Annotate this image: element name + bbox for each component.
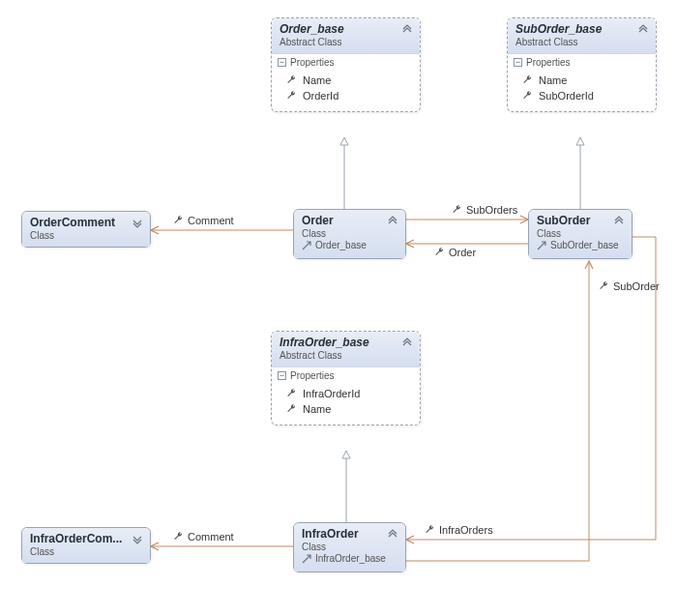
box-inherits: SubOrder_base <box>537 240 624 250</box>
box-header: SubOrder_base Abstract Class <box>508 18 656 53</box>
property-list: Name SubOrderId <box>508 71 656 111</box>
box-title: OrderComment <box>30 216 142 229</box>
property-item[interactable]: OrderId <box>285 88 412 103</box>
collapse-icon[interactable] <box>612 215 626 228</box>
class-box-infraorder-base[interactable]: InfraOrder_base Abstract Class − Propert… <box>271 331 421 425</box>
inherit-arrow-icon <box>302 241 311 250</box>
property-item[interactable]: InfraOrderId <box>285 386 412 401</box>
inherits-text: SubOrder_base <box>550 240 619 250</box>
assoc-label-text: Comment <box>188 531 234 543</box>
box-inherits: InfraOrder_base <box>302 553 397 564</box>
class-box-order[interactable]: Order Class Order_base <box>293 209 406 259</box>
box-header: Order Class Order_base <box>294 210 405 258</box>
properties-section[interactable]: − Properties <box>272 53 420 71</box>
property-name: InfraOrderId <box>303 388 360 399</box>
section-label-text: Properties <box>290 57 335 68</box>
assoc-label-text: Order <box>449 247 476 258</box>
box-subtitle: Abstract Class <box>280 350 412 361</box>
box-header: InfraOrder_base Abstract Class <box>272 332 420 367</box>
property-name: Name <box>303 74 331 86</box>
property-name: SubOrderId <box>539 90 594 102</box>
collapse-icon[interactable] <box>386 215 399 228</box>
assoc-label-infraorders: InfraOrders <box>424 524 493 536</box>
class-box-suborder-base[interactable]: SubOrder_base Abstract Class − Propertie… <box>507 17 657 112</box>
assoc-label-text: SubOrder <box>613 280 660 292</box>
inherits-text: InfraOrder_base <box>315 553 386 564</box>
assoc-label-text: Comment <box>188 215 234 226</box>
box-subtitle: Class <box>30 230 142 241</box>
box-header: OrderComment Class <box>22 212 150 247</box>
property-list: InfraOrderId Name <box>272 384 420 425</box>
assoc-label-text: SubOrders <box>466 204 517 216</box>
collapse-icon[interactable] <box>636 23 650 37</box>
property-name: Name <box>539 74 567 86</box>
properties-section[interactable]: − Properties <box>508 53 656 71</box>
inherit-arrow-icon <box>537 241 546 250</box>
expand-icon[interactable] <box>131 533 144 546</box>
property-item[interactable]: Name <box>285 73 412 88</box>
assoc-label-suborder: SubOrder <box>598 280 660 292</box>
wrench-icon <box>285 403 297 415</box>
wrench-icon <box>172 215 184 226</box>
property-name: Name <box>303 403 331 415</box>
assoc-label-comment2: Comment <box>172 531 234 543</box>
box-subtitle: Class <box>537 228 624 239</box>
diagram-canvas: Order_base Abstract Class − Properties N… <box>0 0 677 616</box>
property-list: Name OrderId <box>272 71 420 111</box>
class-box-order-base[interactable]: Order_base Abstract Class − Properties N… <box>271 17 421 112</box>
box-title: SubOrder <box>537 214 624 227</box>
assoc-label-suborders: SubOrders <box>451 204 517 216</box>
minus-icon: − <box>278 58 286 67</box>
box-header: InfraOrderCom... Class <box>22 528 150 563</box>
class-box-suborder[interactable]: SubOrder Class SubOrder_base <box>528 209 633 259</box>
wrench-icon <box>598 280 609 292</box>
class-box-infraorder[interactable]: InfraOrder Class InfraOrder_base <box>293 522 406 572</box>
minus-icon: − <box>514 58 522 67</box>
box-title: InfraOrder <box>302 527 397 541</box>
class-box-order-comment[interactable]: OrderComment Class <box>21 211 151 248</box>
assoc-label-order: Order <box>433 247 476 258</box>
property-item[interactable]: SubOrderId <box>521 88 648 103</box>
wrench-icon <box>521 74 533 86</box>
wrench-icon <box>451 204 462 216</box>
property-item[interactable]: Name <box>285 401 412 417</box>
property-item[interactable]: Name <box>521 73 648 88</box>
box-header: SubOrder Class SubOrder_base <box>529 210 632 258</box>
collapse-icon[interactable] <box>400 23 414 37</box>
collapse-icon[interactable] <box>400 337 414 350</box>
inherits-text: Order_base <box>315 240 367 250</box>
assoc-label-text: InfraOrders <box>439 524 493 536</box>
box-subtitle: Class <box>30 546 142 557</box>
box-subtitle: Class <box>302 542 397 552</box>
wrench-icon <box>433 247 445 258</box>
collapse-icon[interactable] <box>386 528 399 542</box>
expand-icon[interactable] <box>131 217 144 230</box>
wrench-icon <box>285 90 297 102</box>
box-title: InfraOrderCom... <box>30 532 142 545</box>
box-header: Order_base Abstract Class <box>272 18 420 53</box>
property-name: OrderId <box>303 90 338 102</box>
minus-icon: − <box>278 371 286 380</box>
wrench-icon <box>285 74 297 86</box>
inherit-arrow-icon <box>302 554 311 564</box>
box-title: Order_base <box>280 22 412 36</box>
box-subtitle: Abstract Class <box>515 37 648 47</box>
box-subtitle: Class <box>302 228 397 239</box>
box-title: SubOrder_base <box>515 22 648 36</box>
properties-section[interactable]: − Properties <box>272 367 420 384</box>
wrench-icon <box>285 388 297 399</box>
box-title: InfraOrder_base <box>280 336 412 349</box>
box-header: InfraOrder Class InfraOrder_base <box>294 523 405 572</box>
assoc-label-comment: Comment <box>172 215 234 226</box>
wrench-icon <box>424 524 435 536</box>
wrench-icon <box>521 90 533 102</box>
box-title: Order <box>302 214 397 227</box>
box-subtitle: Abstract Class <box>280 37 412 47</box>
box-inherits: Order_base <box>302 240 397 250</box>
class-box-infraorder-comment[interactable]: InfraOrderCom... Class <box>21 527 151 564</box>
wrench-icon <box>172 531 184 543</box>
section-label-text: Properties <box>290 370 335 381</box>
section-label-text: Properties <box>526 57 571 68</box>
